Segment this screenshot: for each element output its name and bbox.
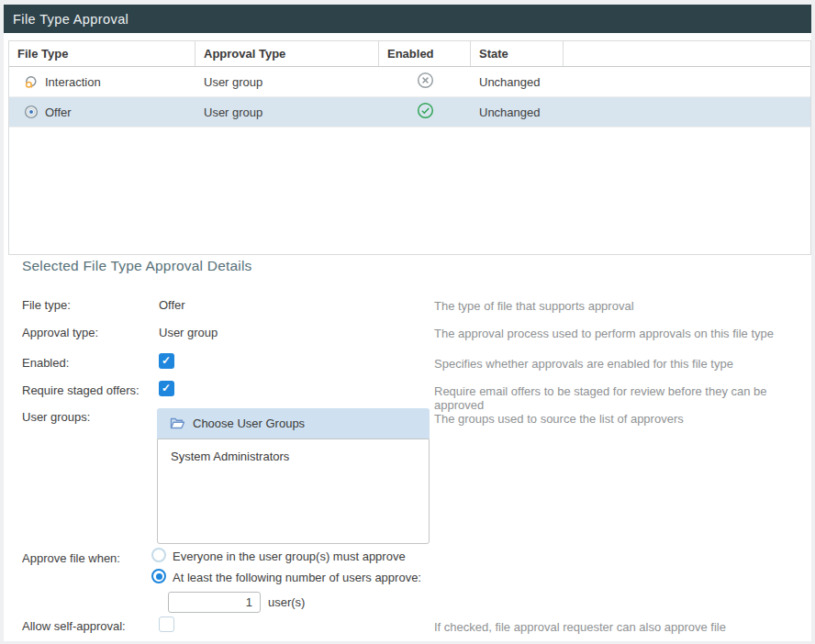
require-staged-offers-description: Require email offers to be staged for re… — [434, 384, 811, 412]
cell-file-type: Offer — [45, 105, 72, 119]
file-type-description: The type of file that supports approval — [434, 299, 634, 313]
table-row-interaction[interactable]: Interaction User group Unchanged — [9, 67, 810, 97]
table-row-offer[interactable]: Offer User group Unchanged — [9, 97, 810, 128]
file-type-label: File type: — [22, 298, 71, 312]
user-group-item[interactable]: System Administrators — [158, 439, 429, 463]
everyone-must-approve-label: Everyone in the user group(s) must appro… — [173, 550, 406, 563]
column-header-filler — [564, 41, 810, 66]
user-groups-label: User groups: — [22, 410, 90, 424]
cell-file-type: Interaction — [45, 75, 101, 89]
cell-state: Unchanged — [471, 67, 564, 96]
enabled-check-circle-icon — [417, 102, 434, 122]
choose-user-groups-label: Choose User Groups — [193, 416, 305, 430]
details-section-heading: Selected File Type Approval Details — [22, 258, 252, 274]
user-groups-list: System Administrators — [157, 439, 430, 544]
approval-type-value: User group — [159, 326, 218, 339]
user-count-input[interactable] — [168, 592, 261, 613]
interaction-icon — [24, 74, 39, 89]
allow-self-approval-checkbox[interactable] — [159, 616, 174, 632]
approve-file-when-label: Approve file when: — [22, 551, 120, 565]
allow-self-approval-description: If checked, file approval requester can … — [434, 620, 726, 634]
enabled-description: Specifies whether approvals are enabled … — [434, 357, 733, 371]
cell-filler — [564, 97, 810, 127]
user-groups-description: The groups used to source the list of ap… — [434, 412, 684, 426]
cell-approval-type: User group — [195, 97, 379, 127]
user-count-suffix: user(s) — [268, 595, 305, 609]
cell-filler — [564, 67, 810, 96]
table-header-row: File Type Approval Type Enabled State — [9, 41, 810, 67]
column-header-enabled[interactable]: Enabled — [379, 41, 471, 66]
everyone-must-approve-radio[interactable] — [151, 548, 166, 562]
choose-user-groups-button[interactable]: Choose User Groups — [157, 408, 430, 439]
enabled-label: Enabled: — [22, 356, 69, 370]
column-header-state[interactable]: State — [471, 41, 564, 66]
approval-type-label: Approval type: — [22, 326, 98, 339]
offer-icon — [24, 105, 39, 119]
panel-title-bar: File Type Approval — [4, 5, 811, 33]
allow-self-approval-label: Allow self-approval: — [22, 619, 126, 633]
require-staged-offers-label: Require staged offers: — [22, 383, 140, 397]
disabled-x-circle-icon — [417, 72, 434, 92]
cell-state: Unchanged — [471, 97, 564, 127]
require-staged-offers-checkbox[interactable] — [159, 381, 174, 396]
enabled-checkbox[interactable] — [159, 353, 174, 369]
column-header-file-type[interactable]: File Type — [9, 41, 195, 66]
at-least-number-approve-radio[interactable] — [151, 569, 166, 583]
page-title: File Type Approval — [13, 12, 128, 27]
approval-type-description: The approval process used to perform app… — [434, 327, 774, 340]
at-least-number-approve-label: At least the following number of users a… — [173, 571, 421, 584]
file-type-table: File Type Approval Type Enabled State In… — [8, 40, 811, 255]
column-header-approval-type[interactable]: Approval Type — [195, 41, 379, 66]
cell-approval-type: User group — [195, 67, 379, 96]
file-type-approval-panel: File Type Approval File Type Approval Ty… — [4, 5, 811, 641]
open-folder-icon — [170, 416, 185, 430]
file-type-value: Offer — [159, 298, 185, 312]
